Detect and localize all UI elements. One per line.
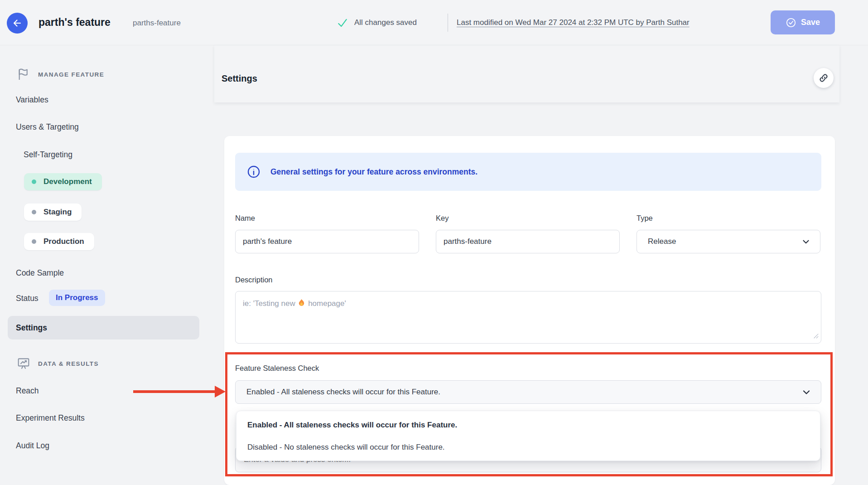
staleness-select[interactable]: Enabled - All staleness checks will occu… [235, 380, 821, 404]
copy-link-button[interactable] [814, 68, 834, 88]
data-results-section: DATA & RESULTS [16, 356, 99, 371]
resize-handle-icon[interactable] [813, 332, 819, 341]
env-label: Production [43, 237, 84, 246]
sidebar-item-code-sample[interactable]: Code Sample [16, 268, 64, 278]
check-icon [337, 17, 348, 31]
feature-key: parths-feature [133, 19, 181, 28]
sidebar-item-users-targeting[interactable]: Users & Targeting [16, 122, 79, 132]
chevron-down-icon [801, 387, 812, 398]
settings-panel-header: Settings [214, 45, 839, 102]
settings-panel-title: Settings [222, 73, 257, 84]
env-dot-icon [32, 179, 36, 184]
env-pill-staging[interactable]: Staging [24, 204, 82, 221]
save-button[interactable]: Save [771, 10, 835, 34]
sidebar-item-self-targeting[interactable]: Self-Targeting [24, 150, 72, 160]
type-select[interactable]: Release [637, 230, 820, 253]
save-button-label: Save [801, 18, 820, 27]
env-dot-icon [32, 239, 36, 244]
sidebar-item-experiment-results[interactable]: Experiment Results [16, 413, 85, 423]
status-badge: In Progress [49, 290, 105, 306]
description-placeholder: ie: 'Testing new homepage' [243, 299, 346, 308]
info-icon [247, 165, 260, 179]
sidebar-item-variables[interactable]: Variables [16, 95, 48, 105]
key-input[interactable] [436, 230, 620, 253]
fire-emoji-icon [297, 299, 306, 310]
status-label: Status [16, 294, 39, 303]
sidebar-nav: MANAGE FEATURE Variables Users & Targeti… [0, 45, 214, 485]
env-label: Development [43, 177, 92, 186]
flag-icon [16, 67, 31, 82]
manage-feature-section: MANAGE FEATURE [16, 67, 104, 82]
name-label: Name [235, 214, 255, 223]
last-modified-link[interactable]: Last modified on Wed Mar 27 2024 at 2:32… [457, 18, 690, 27]
description-label: Description [235, 276, 273, 284]
page-title: parth's feature [39, 16, 111, 29]
manage-feature-label: MANAGE FEATURE [38, 71, 104, 78]
dropdown-option-disabled[interactable]: Disabled - No staleness checks will occu… [236, 436, 820, 458]
settings-card: General settings for your feature across… [224, 136, 835, 485]
top-header: parth's feature parths-feature All chang… [0, 0, 868, 45]
type-select-value: Release [648, 237, 676, 246]
staleness-select-value: Enabled - All staleness checks will occu… [246, 388, 440, 397]
env-dot-icon [32, 210, 36, 214]
type-label: Type [637, 214, 653, 223]
info-banner-text: General settings for your feature across… [270, 167, 477, 177]
link-icon [818, 73, 829, 83]
header-divider [448, 14, 448, 32]
data-results-label: DATA & RESULTS [38, 360, 99, 367]
key-label: Key [436, 214, 448, 223]
circle-check-icon [786, 17, 796, 28]
name-input[interactable] [235, 230, 419, 253]
staleness-dropdown-menu: Enabled - All staleness checks will occu… [236, 411, 820, 461]
staleness-label: Feature Staleness Check [235, 364, 319, 373]
env-pill-production[interactable]: Production [24, 233, 94, 250]
description-textarea[interactable]: ie: 'Testing new homepage' [235, 291, 821, 344]
presentation-chart-icon [16, 356, 31, 371]
back-arrow-icon [12, 18, 23, 29]
info-banner: General settings for your feature across… [235, 153, 821, 191]
save-status-text: All changes saved [354, 18, 417, 27]
env-pill-development[interactable]: Development [24, 173, 102, 190]
sidebar-item-settings[interactable]: Settings [8, 316, 199, 340]
sidebar-item-reach[interactable]: Reach [16, 386, 39, 396]
dropdown-option-enabled[interactable]: Enabled - All staleness checks will occu… [236, 414, 820, 436]
chevron-down-icon [801, 237, 811, 247]
settings-label: Settings [16, 323, 47, 333]
sidebar-item-audit-log[interactable]: Audit Log [16, 441, 49, 451]
back-button[interactable] [7, 13, 28, 34]
env-label: Staging [43, 208, 72, 217]
